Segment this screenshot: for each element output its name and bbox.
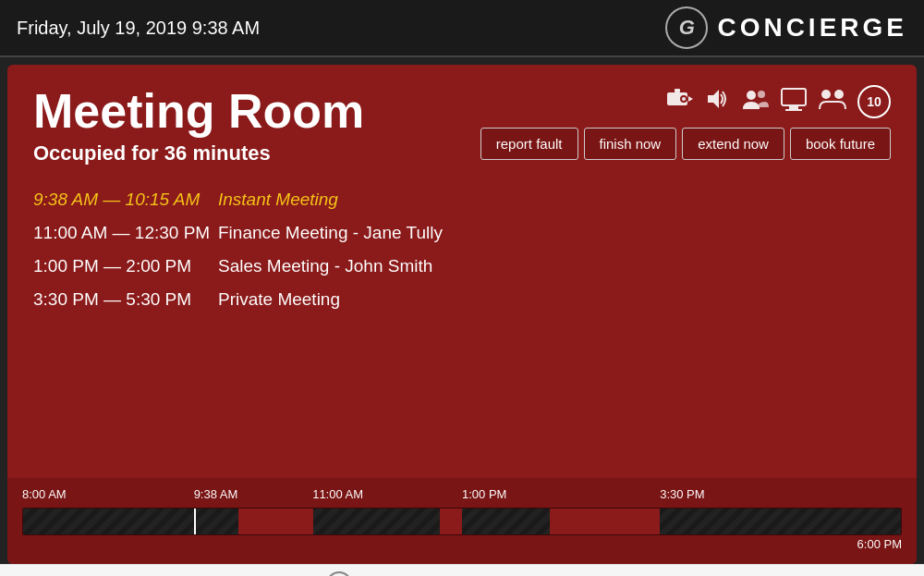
schedule-time: 3:30 PM — 5:30 PM [33,289,218,310]
timeline-labels: 8:00 AM9:38 AM11:00 AM1:00 PM3:30 PM [22,487,902,504]
audio-icon [704,86,730,117]
schedule-title: Finance Meeting - Jane Tully [218,223,443,243]
svg-point-2 [682,97,686,101]
schedule-title: Sales Meeting - John Smith [218,256,432,276]
footer-bar: G CONCIERGE DISPLAYS [0,564,924,576]
timeline-segment-free [440,509,462,534]
book-future-button[interactable]: book future [790,128,891,160]
schedule-row: 9:38 AM — 10:15 AMInstant Meeting [33,190,891,210]
timeline-segment-occupied [313,509,441,534]
svg-rect-3 [675,89,680,92]
timeline-label: 8:00 AM [22,487,67,501]
timeline-segment-occupied [194,509,238,534]
timeline-end-label: 6:00 PM [22,537,902,551]
schedule-title: Private Meeting [218,289,340,310]
schedule-time: 11:00 AM — 12:30 PM [33,223,218,243]
svg-point-11 [821,90,831,99]
footer-logo-emblem: G [326,571,352,577]
finish-now-button[interactable]: finish now [584,128,677,160]
schedule-time: 1:00 PM — 2:00 PM [33,256,218,276]
schedule-row: 11:00 AM — 12:30 PMFinance Meeting - Jan… [33,223,891,243]
contacts-icon [741,87,769,116]
projector-icon [665,87,693,116]
timeline-label: 9:38 AM [194,487,238,501]
room-status: Occupied for 36 minutes [33,141,364,165]
report-fault-button[interactable]: report fault [480,128,578,160]
room-title: Meeting Room [33,85,364,138]
schedule-title: Instant Meeting [218,190,338,210]
svg-marker-5 [708,90,719,108]
timeline-segment-occupied [660,509,901,534]
svg-point-12 [834,90,844,99]
svg-rect-8 [782,89,806,105]
extend-now-button[interactable]: extend now [682,128,784,160]
top-section: Meeting Room Occupied for 36 minutes [7,65,917,182]
timeline-segment-occupied [462,509,550,534]
svg-point-7 [758,91,765,98]
timeline-bar [22,508,902,535]
schedule-section: 9:38 AM — 10:15 AMInstant Meeting11:00 A… [7,182,917,478]
logo-emblem: G [665,6,708,49]
room-info: Meeting Room Occupied for 36 minutes [33,85,364,165]
timeline-segment-free [550,509,660,534]
schedule-row: 1:00 PM — 2:00 PMSales Meeting - John Sm… [33,256,891,276]
datetime-display: Friday, July 19, 2019 9:38 AM [17,18,260,39]
header-bar: Friday, July 19, 2019 9:38 AM G CONCIERG… [0,0,924,57]
main-panel: Meeting Room Occupied for 36 minutes [7,65,917,564]
icon-bar: 10 [665,85,891,118]
header-logo: G CONCIERGE [665,6,907,49]
svg-marker-4 [688,96,693,102]
notification-badge: 10 [857,85,891,118]
schedule-row: 3:30 PM — 5:30 PMPrivate Meeting [33,289,891,310]
controls-area: 10 report fault finish now extend now bo… [480,85,891,160]
svg-point-6 [747,91,756,100]
timeline-segment-free [238,509,313,534]
button-bar: report fault finish now extend now book … [480,128,891,160]
timeline-current-line [194,509,196,534]
timeline-label: 3:30 PM [660,487,704,501]
timeline-label: 11:00 AM [312,487,363,501]
timeline-segment-occupied [23,509,194,534]
cast-icon [780,87,808,116]
brand-name: CONCIERGE [717,13,907,43]
people-icon [819,87,846,116]
timeline-section: 8:00 AM9:38 AM11:00 AM1:00 PM3:30 PM 6:0… [7,478,917,564]
svg-rect-10 [785,109,802,111]
timeline-label: 1:00 PM [462,487,506,501]
schedule-time: 9:38 AM — 10:15 AM [33,190,218,210]
svg-rect-9 [789,105,798,109]
